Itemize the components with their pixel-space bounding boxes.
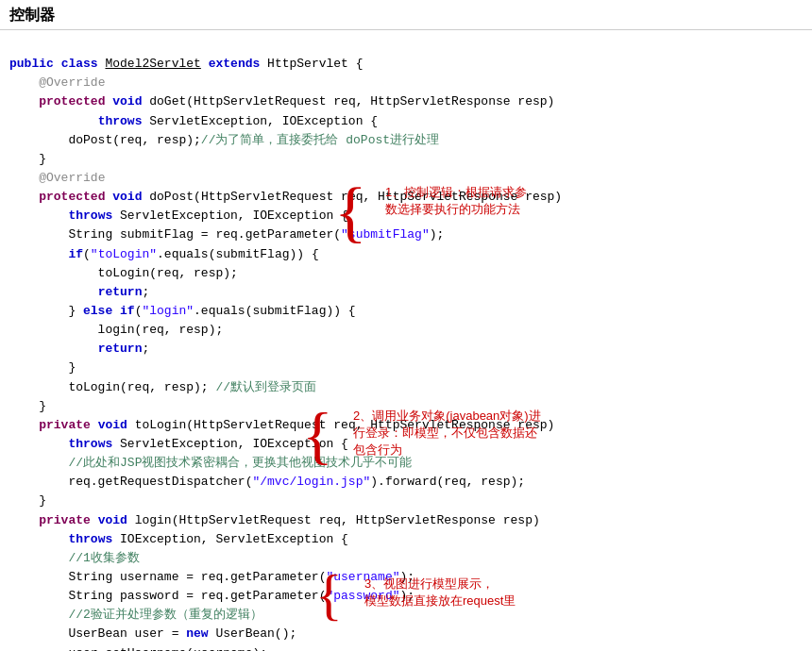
page-title: 控制器: [9, 6, 803, 25]
code-content: public class Model2Servlet extends HttpS…: [9, 57, 562, 651]
annotation-2: 2、调用业务对象(javabean对象)进行登录：即模型，不仅包含数据还包含行为: [353, 408, 541, 459]
page-header: 控制器: [0, 0, 812, 30]
code-area: public class Model2Servlet extends HttpS…: [0, 30, 812, 651]
